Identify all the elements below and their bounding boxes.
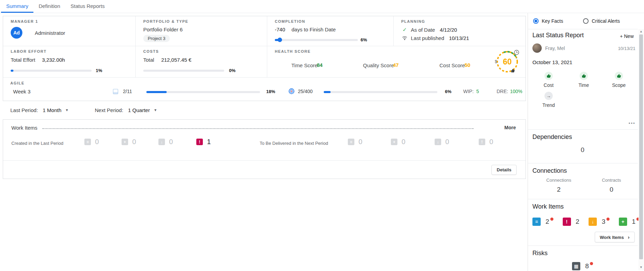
- sidebar-work-items-row: ≡ 2 ! 2 ↓ 3 + 1: [532, 218, 644, 226]
- metric-label: Trend: [542, 102, 555, 108]
- portfolio-folder: Portfolio Folder 6: [143, 27, 259, 32]
- work-items-card: Work Items More Created in the Last Peri…: [3, 119, 526, 179]
- work-items-title: Work Items: [11, 125, 38, 131]
- cost-score-value: 50: [465, 62, 470, 68]
- alert-dot: [590, 262, 593, 265]
- report-menu-icon[interactable]: •••: [629, 121, 635, 126]
- sidebar-filter-radios: Key Facts Critical Alerts: [533, 13, 620, 29]
- next-period-select[interactable]: 1 Quarter: [128, 107, 150, 113]
- as-of-date-label: As of Date: [411, 27, 435, 33]
- labor-effort-label: LABOR EFFORT: [11, 49, 128, 53]
- cost-score-label: Cost Score: [439, 62, 465, 68]
- more-link[interactable]: More: [505, 125, 516, 130]
- metric-time: Time: [566, 72, 601, 88]
- work-item-down-icon: ↓: [158, 139, 165, 145]
- work-item-issue-icon: !: [196, 139, 203, 145]
- key-facts-label[interactable]: Key Facts: [542, 18, 563, 24]
- time-score-label: Time Score: [291, 62, 318, 68]
- wip-value: 5: [476, 89, 479, 94]
- sprint-ratio: 2/11: [123, 89, 132, 94]
- scroll-down-icon[interactable]: ▼: [638, 265, 644, 269]
- health-score-gauge: 60 $: [493, 48, 521, 76]
- check-icon: ✓: [401, 27, 408, 33]
- risks-title: Risks: [532, 250, 548, 257]
- details-button[interactable]: Details: [491, 165, 517, 175]
- work-items-button-label: Work Items: [600, 235, 624, 240]
- alert-dot: [550, 218, 553, 221]
- trend-arrow-icon: →: [544, 92, 553, 100]
- dre-label: DRE:: [497, 89, 508, 94]
- costs-percent: 0%: [229, 68, 236, 73]
- agile-label: AGILE: [10, 81, 24, 85]
- project-type-tag: Project 3: [143, 35, 170, 42]
- connections-col: Connections 2: [532, 178, 585, 193]
- contracts-col-label: Contracts: [585, 178, 638, 183]
- risks-count: 8: [585, 262, 589, 270]
- key-facts-radio[interactable]: [533, 18, 539, 24]
- critical-alerts-label[interactable]: Critical Alerts: [592, 18, 620, 24]
- alert-dot: [606, 218, 610, 221]
- chevron-down-icon[interactable]: ▾: [154, 108, 156, 112]
- report-date-link[interactable]: October 13, 2021: [532, 59, 572, 65]
- labor-progressbar: [11, 70, 92, 72]
- clock-icon: [515, 50, 519, 55]
- health-score-label: HEALTH SCORE: [275, 49, 518, 53]
- work-item-count: 3: [602, 218, 605, 225]
- work-item-type-orange: ↓ 3: [589, 218, 610, 226]
- new-report-button[interactable]: + New: [620, 33, 634, 39]
- tab-summary[interactable]: Summary: [1, 0, 33, 13]
- delivered-item-issue: ! 0: [479, 138, 493, 146]
- costs-progressbar: [143, 70, 224, 72]
- report-date: 10/13/21: [618, 46, 635, 51]
- sidebar-scrollbar[interactable]: ▲ ▼: [638, 29, 644, 270]
- story-progressbar: [324, 91, 437, 93]
- thumb-up-icon: [580, 72, 588, 80]
- labor-effort-cell: LABOR EFFORT Total Effort 3,232.00h 1%: [3, 46, 136, 77]
- delivered-item-story: ≡ 0: [348, 138, 362, 146]
- tab-definition[interactable]: Definition: [33, 0, 65, 13]
- work-items-button[interactable]: Work Items ›: [595, 232, 635, 242]
- report-metrics: Cost Time Scope: [531, 72, 636, 88]
- portfolio-label: PORTFOLIO & TYPE: [143, 19, 259, 23]
- delivered-count: 0: [489, 138, 493, 146]
- thumb-up-icon: [615, 72, 623, 80]
- work-item-type-blue: ≡ 2: [532, 218, 553, 226]
- work-item-type-crimson: ! 2: [563, 218, 580, 226]
- metric-trend: → Trend: [531, 92, 566, 108]
- scroll-up-icon[interactable]: ▲: [638, 30, 644, 33]
- next-period-label: Next Period:: [95, 107, 123, 113]
- last-period-select[interactable]: 1 Month: [43, 107, 61, 113]
- critical-alerts-radio[interactable]: [583, 18, 589, 24]
- work-item-list-icon: ≡: [532, 218, 541, 226]
- tab-status-reports[interactable]: Status Reports: [65, 0, 110, 13]
- costs-total-value: 212,057.45 €: [161, 57, 191, 63]
- costs-total-label: Total: [143, 57, 154, 63]
- delivered-count: 0: [445, 138, 449, 146]
- created-item-down: ↓ 0: [158, 138, 173, 146]
- total-effort-label: Total Effort: [11, 57, 35, 63]
- tab-bar: Summary Definition Status Reports: [0, 0, 644, 13]
- chevron-down-icon[interactable]: ▾: [66, 108, 68, 112]
- target-icon: [289, 88, 294, 96]
- scrollbar-thumb[interactable]: [639, 34, 643, 259]
- health-score-cell: HEALTH SCORE Time Score 84 Quality Score…: [267, 46, 526, 77]
- as-of-date-value: 4/12/20: [440, 27, 457, 33]
- work-item-down-icon: ↓: [435, 139, 441, 145]
- sprint-percent: 18%: [266, 89, 275, 94]
- created-count: 1: [207, 138, 211, 146]
- portfolio-cell: PORTFOLIO & TYPE Portfolio Folder 6 Proj…: [136, 16, 267, 46]
- report-author: Fray, Mel: [545, 46, 565, 51]
- last-period-label: Last Period:: [10, 107, 38, 113]
- dre-value: 100%: [510, 89, 522, 94]
- created-item-issue: ! 1: [196, 138, 211, 146]
- work-item-type-green: + 1: [619, 218, 640, 226]
- created-item-add: + 0: [122, 138, 136, 146]
- author-avatar: [532, 43, 542, 53]
- quality-score-value: 47: [393, 62, 399, 68]
- story-ratio: 25/400: [298, 89, 313, 94]
- work-item-count: 2: [546, 218, 549, 225]
- right-sidebar: Key Facts Critical Alerts Last Status Re…: [528, 13, 644, 271]
- last-published-value: 10/13/21: [449, 35, 469, 41]
- connections-col-value: 2: [532, 186, 585, 193]
- contracts-col-value: 0: [585, 186, 638, 193]
